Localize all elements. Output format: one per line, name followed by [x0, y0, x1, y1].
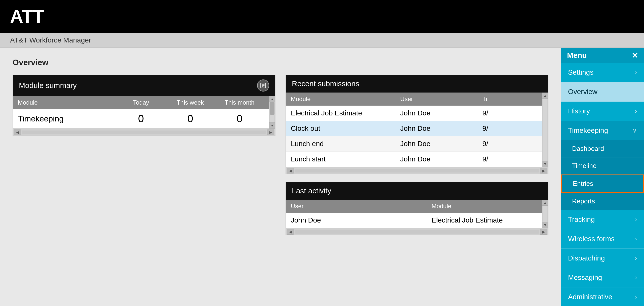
- module-summary-title: Module summary: [19, 81, 77, 90]
- close-button[interactable]: ✕: [632, 51, 638, 60]
- sidebar-item-tracking[interactable]: Tracking ›: [561, 210, 644, 229]
- sidebar-item-label: Timekeeping: [568, 126, 608, 135]
- last-activity-body: User Module John Doe Electrical Job Esti…: [286, 200, 548, 228]
- row-module-name: Timekeeping: [18, 114, 116, 123]
- menu-title: Menu: [567, 51, 587, 60]
- recent-submissions-table: Module User Ti Electrical Job Estimate J…: [286, 93, 542, 167]
- table-row: Clock out John Doe 9/: [286, 121, 542, 136]
- table-row: John Doe Electrical Job Estimate: [286, 213, 542, 228]
- horizontal-scrollbar[interactable]: ◀ ▶: [13, 128, 275, 136]
- rs-row-user: John Doe: [400, 124, 482, 133]
- rs-row-user: John Doe: [400, 140, 482, 148]
- scroll-left-arrow[interactable]: ◀: [287, 229, 294, 235]
- row-month-value: 0: [215, 113, 264, 125]
- rs-col-user: User: [400, 96, 482, 103]
- left-panel: Module summary: [13, 75, 275, 235]
- main-content: Overview Module summary: [0, 48, 644, 306]
- module-summary-icon[interactable]: [257, 79, 269, 92]
- rs-row-user: John Doe: [400, 109, 482, 117]
- h-scroll-track[interactable]: [295, 230, 539, 234]
- scroll-left-arrow[interactable]: ◀: [287, 168, 294, 173]
- sidebar-item-dashboard[interactable]: Dashboard: [561, 140, 644, 157]
- module-summary-table-header: Module Today This week This month: [13, 96, 269, 109]
- rs-table-header: Module User Ti: [286, 93, 542, 106]
- last-activity-table: User Module John Doe Electrical Job Esti…: [286, 200, 542, 228]
- scroll-track[interactable]: [543, 99, 547, 161]
- rs-row-time: 9/: [482, 124, 537, 133]
- sidebar-item-label: Tracking: [568, 215, 595, 224]
- recent-submissions-header: Recent submissions: [286, 75, 548, 93]
- sidebar-item-settings[interactable]: Settings ›: [561, 63, 644, 82]
- scroll-down-arrow[interactable]: ▼: [542, 222, 548, 228]
- chevron-right-icon: ›: [635, 235, 637, 242]
- sidebar-item-label: Timeline: [572, 162, 596, 170]
- sidebar-item-administrative[interactable]: Administrative ›: [561, 287, 644, 306]
- sidebar-item-messaging[interactable]: Messaging ›: [561, 268, 644, 287]
- scroll-down-arrow[interactable]: ▼: [269, 122, 275, 128]
- page-title: Overview: [13, 58, 548, 67]
- h-scroll-track[interactable]: [22, 130, 266, 134]
- la-vertical-scrollbar[interactable]: ▲ ▼: [542, 200, 548, 228]
- last-activity-header: Last activity: [286, 182, 548, 200]
- rs-row-module: Lunch start: [291, 155, 400, 163]
- sidebar-item-label: Messaging: [568, 274, 602, 282]
- module-summary-card: Module summary: [13, 75, 275, 136]
- sidebar-item-timeline[interactable]: Timeline: [561, 157, 644, 174]
- subheader: AT&T Workforce Manager: [0, 33, 644, 48]
- la-row-module: Electrical Job Estimate: [431, 216, 537, 224]
- scroll-up-arrow[interactable]: ▲: [269, 96, 275, 102]
- sidebar-item-history[interactable]: History ›: [561, 102, 644, 121]
- sidebar-item-timekeeping[interactable]: Timekeeping ∨: [561, 121, 644, 140]
- last-activity-card: Last activity User Module John Doe Elect…: [286, 182, 548, 235]
- sidebar-item-dispatching[interactable]: Dispatching ›: [561, 249, 644, 268]
- scroll-right-arrow[interactable]: ▶: [267, 129, 274, 135]
- sidebar-item-label: Wireless forms: [568, 235, 615, 243]
- scroll-track[interactable]: [543, 206, 547, 222]
- h-scroll-track[interactable]: [295, 169, 539, 172]
- la-horizontal-scrollbar[interactable]: ◀ ▶: [286, 228, 548, 235]
- scroll-thumb[interactable]: [270, 102, 274, 115]
- sidebar-item-reports[interactable]: Reports: [561, 193, 644, 210]
- chevron-down-icon: ∨: [632, 127, 637, 134]
- rs-horizontal-scrollbar[interactable]: ◀ ▶: [286, 167, 548, 174]
- vertical-scrollbar[interactable]: ▲ ▼: [269, 96, 275, 128]
- sidebar-item-entries[interactable]: Entries: [561, 174, 644, 193]
- sidebar-item-overview[interactable]: Overview: [561, 82, 644, 102]
- scroll-left-arrow[interactable]: ◀: [14, 129, 21, 135]
- sidebar-item-label: Entries: [573, 180, 593, 188]
- panels-container: Module summary: [13, 75, 548, 235]
- la-table-header: User Module: [286, 200, 542, 213]
- la-row-user: John Doe: [291, 216, 431, 224]
- chevron-right-icon: ›: [635, 216, 637, 223]
- table-row: Timekeeping 0 0 0: [13, 109, 269, 128]
- chevron-right-icon: ›: [635, 293, 637, 300]
- scroll-up-arrow[interactable]: ▲: [542, 200, 548, 206]
- sidebar-item-label: Dashboard: [572, 145, 604, 153]
- chevron-right-icon: ›: [635, 255, 637, 262]
- sidebar-item-wireless-forms[interactable]: Wireless forms ›: [561, 229, 644, 249]
- table-row: Electrical Job Estimate John Doe 9/: [286, 106, 542, 121]
- scroll-right-arrow[interactable]: ▶: [540, 229, 547, 235]
- la-col-module: Module: [431, 203, 537, 210]
- rs-row-time: 9/: [482, 155, 537, 163]
- rs-col-module: Module: [291, 96, 400, 103]
- scroll-down-arrow[interactable]: ▼: [542, 161, 548, 167]
- rs-col-time: Ti: [482, 96, 537, 103]
- app-subtitle: AT&T Workforce Manager: [10, 36, 91, 44]
- chevron-right-icon: ›: [635, 108, 637, 115]
- scroll-up-arrow[interactable]: ▲: [542, 93, 548, 99]
- recent-submissions-card: Recent submissions Module User Ti Electr…: [286, 75, 548, 174]
- document-icon: [260, 82, 266, 89]
- rs-row-user: John Doe: [400, 155, 482, 163]
- rs-row-module: Electrical Job Estimate: [291, 109, 400, 117]
- table-row: Lunch end John Doe 9/: [286, 136, 542, 152]
- row-week-value: 0: [166, 113, 215, 125]
- right-panel: Recent submissions Module User Ti Electr…: [286, 75, 548, 235]
- sidebar-item-label: Settings: [568, 68, 593, 76]
- rs-vertical-scrollbar[interactable]: ▲ ▼: [542, 93, 548, 167]
- scroll-track[interactable]: [270, 102, 274, 122]
- rs-row-module: Clock out: [291, 124, 400, 133]
- menu-header: Menu ✕: [561, 48, 644, 63]
- module-summary-header: Module summary: [13, 75, 275, 96]
- scroll-right-arrow[interactable]: ▶: [540, 168, 547, 173]
